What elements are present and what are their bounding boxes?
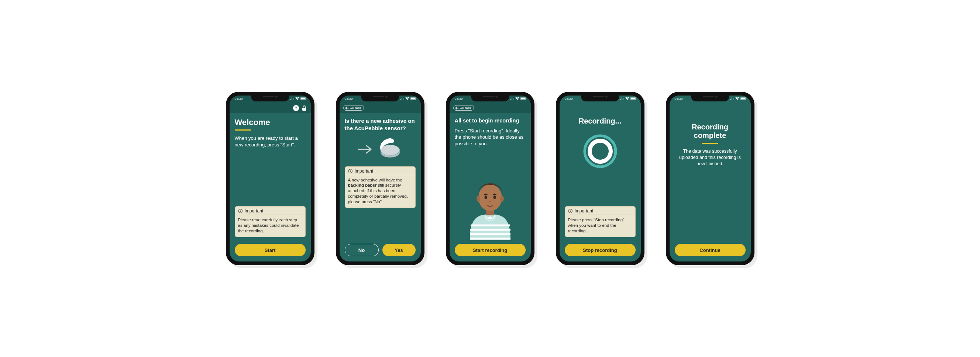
complete-body: The data was successfully uploaded and t… (675, 148, 746, 167)
status-time: 08:30 (345, 97, 353, 100)
svg-point-7 (240, 210, 241, 211)
svg-rect-5 (302, 108, 306, 111)
svg-rect-43 (741, 98, 745, 100)
wifi-icon (515, 97, 519, 100)
svg-point-30 (493, 195, 496, 199)
lock-icon[interactable] (301, 105, 307, 111)
svg-rect-11 (415, 98, 416, 99)
phone-frame: 08:30 Recording... (556, 92, 644, 265)
pebble-illustration (345, 135, 415, 165)
content-area: Recording... Important Please press "Sto… (560, 104, 641, 240)
stop-recording-button[interactable]: Stop recording (565, 244, 636, 256)
recording-title: Recording... (565, 117, 636, 125)
recording-ring-icon (582, 133, 619, 170)
important-text-bold: backing paper (348, 183, 377, 187)
go-back-button[interactable]: Go back (343, 105, 364, 111)
start-button[interactable]: Start (235, 244, 305, 256)
complete-title: Recording complete (675, 123, 746, 140)
svg-rect-18 (521, 98, 525, 100)
start-recording-button[interactable]: Start recording (455, 244, 526, 256)
signal-icon (291, 97, 294, 100)
svg-rect-10 (411, 98, 415, 100)
svg-rect-2 (305, 98, 306, 99)
wifi-icon (735, 97, 739, 100)
go-back-label: Go back (350, 106, 361, 109)
important-header: Important (345, 167, 415, 175)
status-bar: 08:30 (560, 95, 641, 104)
content-area: Recording complete The data was successf… (670, 104, 751, 240)
important-text-pre: A new adhesive will have the (348, 178, 402, 182)
svg-point-15 (350, 170, 351, 170)
important-body: A new adhesive will have the backing pap… (345, 175, 415, 208)
status-bar: 08:30 (340, 95, 421, 104)
question-title: Is there a new adhesive on the AcuPebble… (345, 117, 415, 132)
screen-complete: 08:30 Recording complete The data was su… (670, 95, 751, 262)
phone-notch (251, 95, 290, 102)
important-header: Important (565, 206, 635, 215)
screens-row: 08:30 ? Welcome When you are ready to s (226, 92, 754, 265)
continue-button[interactable]: Continue (675, 244, 746, 256)
wifi-icon (405, 97, 409, 100)
wifi-icon (625, 97, 629, 100)
button-row: Continue (670, 240, 751, 262)
important-label: Important (355, 168, 374, 174)
button-row: No Yes (340, 240, 421, 262)
signal-icon (620, 97, 624, 100)
important-panel: Important Please read carefully each ste… (235, 206, 305, 237)
svg-rect-44 (746, 98, 746, 99)
important-label: Important (575, 208, 593, 214)
svg-point-24 (488, 216, 492, 220)
screen-adhesive: 08:30 Go back Is there a new adhesive on… (340, 95, 421, 262)
status-bar: 08:30 (450, 95, 531, 104)
person-icon (463, 170, 518, 240)
ready-body: Press "Start recording". Ideally the pho… (455, 128, 526, 147)
page-title: Welcome (235, 117, 305, 127)
screen-welcome: 08:30 ? Welcome When you are ready to s (229, 95, 311, 262)
arrow-left-icon (455, 106, 459, 109)
button-row: Start (229, 240, 311, 262)
yes-button[interactable]: Yes (382, 244, 415, 256)
status-indicators (291, 97, 306, 100)
help-icon[interactable]: ? (293, 105, 299, 111)
important-panel: Important A new adhesive will have the b… (345, 166, 415, 208)
svg-point-28 (500, 196, 504, 202)
go-back-button[interactable]: Go back (453, 105, 474, 111)
status-indicators (620, 97, 636, 100)
svg-rect-34 (631, 98, 635, 100)
phone-notch (471, 95, 509, 102)
info-icon (348, 169, 353, 173)
content-area: Is there a new adhesive on the AcuPebble… (340, 113, 421, 240)
ready-title: All set to begin recording (455, 117, 526, 125)
svg-rect-16 (350, 171, 350, 172)
phone-frame: 08:30 Go back All set to begin recording… (446, 92, 535, 265)
phone-notch (691, 95, 729, 102)
svg-rect-41 (570, 211, 570, 212)
battery-icon (410, 97, 416, 100)
recording-indicator (565, 129, 636, 171)
svg-rect-32 (493, 194, 496, 195)
body-text: When you are ready to start a new record… (235, 135, 305, 148)
screen-recording: 08:30 Recording... (560, 95, 641, 262)
battery-icon (630, 97, 636, 100)
signal-icon (730, 97, 734, 100)
important-label: Important (245, 208, 264, 214)
wifi-icon (295, 97, 299, 100)
button-row: Stop recording (560, 240, 641, 262)
signal-icon (511, 97, 514, 100)
person-illustration (455, 151, 526, 240)
status-indicators (511, 97, 527, 100)
title-underline (702, 143, 718, 144)
no-button[interactable]: No (345, 244, 379, 256)
svg-rect-31 (484, 194, 488, 195)
phone-notch (581, 95, 619, 102)
phone-frame: 08:30 Recording complete The data was su… (666, 92, 754, 265)
svg-point-38 (592, 143, 609, 160)
svg-rect-8 (240, 211, 240, 212)
header-bar: Go back (450, 104, 531, 113)
arrow-left-icon (345, 106, 349, 109)
go-back-label: Go back (460, 106, 471, 109)
phone-notch (361, 95, 399, 102)
status-time: 08:30 (235, 97, 243, 100)
info-icon (238, 209, 242, 213)
svg-point-40 (570, 210, 571, 211)
